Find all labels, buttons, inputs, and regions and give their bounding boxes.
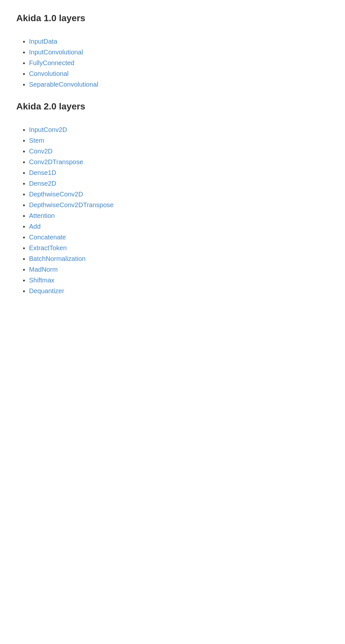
list-item: •Attention xyxy=(23,212,329,220)
list-item: •Convolutional xyxy=(23,70,329,78)
bullet-point: • xyxy=(23,223,25,230)
link-concatenate[interactable]: Concatenate xyxy=(29,234,66,241)
list-item: •Dense1D xyxy=(23,169,329,177)
list-item: •Stem xyxy=(23,137,329,144)
list-item: •Concatenate xyxy=(23,234,329,241)
link-inputdata[interactable]: InputData xyxy=(29,38,57,45)
list-item: •Shiftmax xyxy=(23,277,329,284)
list-item: •ExtractToken xyxy=(23,244,329,252)
section-spacer-akida-10 xyxy=(16,31,329,38)
link-extracttoken[interactable]: ExtractToken xyxy=(29,244,67,252)
link-dense1d[interactable]: Dense1D xyxy=(29,169,56,177)
bullet-point: • xyxy=(23,277,25,284)
bullet-point: • xyxy=(23,288,25,294)
page-content: Akida 1.0 layers•InputData•InputConvolut… xyxy=(16,13,329,295)
list-item: •Conv2DTranspose xyxy=(23,158,329,166)
bullet-point: • xyxy=(23,71,25,77)
link-shiftmax[interactable]: Shiftmax xyxy=(29,277,54,284)
link-inputconv2d[interactable]: InputConv2D xyxy=(29,126,67,134)
bullet-point: • xyxy=(23,38,25,45)
link-depthwiseconv2dtranspose[interactable]: DepthwiseConv2DTranspose xyxy=(29,201,113,209)
bullet-point: • xyxy=(23,245,25,251)
section-heading-akida-20: Akida 2.0 layers xyxy=(16,101,329,112)
link-attention[interactable]: Attention xyxy=(29,212,55,220)
list-item: •SeparableConvolutional xyxy=(23,81,329,88)
bullet-point: • xyxy=(23,170,25,176)
list-item: •FullyConnected xyxy=(23,59,329,67)
list-item: •Dequantizer xyxy=(23,287,329,295)
item-list-akida-20: •InputConv2D•Stem•Conv2D•Conv2DTranspose… xyxy=(23,126,329,295)
item-list-akida-10: •InputData•InputConvolutional•FullyConne… xyxy=(23,38,329,88)
link-depthwiseconv2d[interactable]: DepthwiseConv2D xyxy=(29,191,83,198)
bullet-point: • xyxy=(23,180,25,187)
link-dense2d[interactable]: Dense2D xyxy=(29,180,56,187)
link-batchnormalization[interactable]: BatchNormalization xyxy=(29,255,85,263)
bullet-point: • xyxy=(23,49,25,56)
bullet-point: • xyxy=(23,266,25,273)
section-spacer-akida-20 xyxy=(16,120,329,126)
link-conv2d[interactable]: Conv2D xyxy=(29,148,52,155)
link-add[interactable]: Add xyxy=(29,223,41,230)
list-item: •InputConvolutional xyxy=(23,49,329,56)
bullet-point: • xyxy=(23,191,25,198)
bullet-point: • xyxy=(23,137,25,144)
link-convolutional[interactable]: Convolutional xyxy=(29,70,68,78)
bullet-point: • xyxy=(23,202,25,208)
section-heading-akida-10: Akida 1.0 layers xyxy=(16,13,329,23)
link-separableconvolutional[interactable]: SeparableConvolutional xyxy=(29,81,98,88)
link-madnorm[interactable]: MadNorm xyxy=(29,266,58,273)
bullet-point: • xyxy=(23,81,25,88)
list-item: •Add xyxy=(23,223,329,230)
list-item: •DepthwiseConv2DTranspose xyxy=(23,201,329,209)
list-item: •InputData xyxy=(23,38,329,45)
link-conv2dtranspose[interactable]: Conv2DTranspose xyxy=(29,158,83,166)
bullet-point: • xyxy=(23,213,25,219)
link-dequantizer[interactable]: Dequantizer xyxy=(29,287,64,295)
list-item: •MadNorm xyxy=(23,266,329,273)
link-inputconvolutional[interactable]: InputConvolutional xyxy=(29,49,83,56)
list-item: •Conv2D xyxy=(23,148,329,155)
list-item: •Dense2D xyxy=(23,180,329,187)
bullet-point: • xyxy=(23,148,25,155)
list-item: •BatchNormalization xyxy=(23,255,329,263)
list-item: •DepthwiseConv2D xyxy=(23,191,329,198)
bullet-point: • xyxy=(23,234,25,241)
link-fullyconnected[interactable]: FullyConnected xyxy=(29,59,74,67)
bullet-point: • xyxy=(23,60,25,66)
bullet-point: • xyxy=(23,127,25,133)
bullet-point: • xyxy=(23,256,25,262)
bullet-point: • xyxy=(23,159,25,165)
link-stem[interactable]: Stem xyxy=(29,137,44,144)
list-item: •InputConv2D xyxy=(23,126,329,134)
